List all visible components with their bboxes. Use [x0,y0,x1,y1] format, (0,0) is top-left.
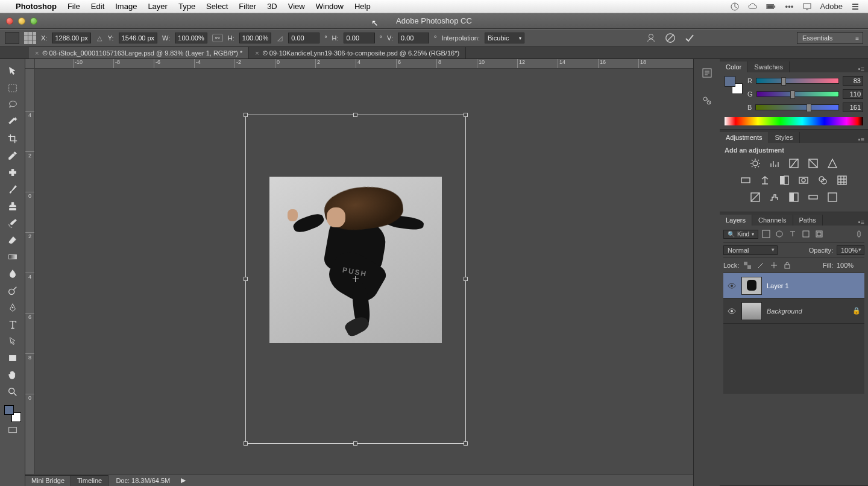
battery-icon[interactable] [766,1,776,12]
lock-pixels-icon[interactable] [756,260,766,270]
blur-tool-icon[interactable] [4,265,21,282]
cancel-transform-button[interactable] [663,31,678,45]
pen-tool-icon[interactable] [4,299,21,316]
close-tab-icon[interactable]: × [255,49,259,57]
properties-panel-icon[interactable] [699,93,715,109]
sync-icon[interactable] [729,1,740,12]
tab-mini-bridge[interactable]: Mini Bridge [25,476,71,486]
b-value[interactable]: 161 [843,103,863,112]
filter-shape-icon[interactable] [800,229,811,239]
menu-image[interactable]: Image [115,2,137,11]
reference-point-icon[interactable] [24,32,36,44]
lock-transparent-icon[interactable] [743,260,752,270]
transform-handle-tc[interactable] [353,113,357,117]
screen-mode-icon[interactable] [4,422,21,439]
close-window-button[interactable] [6,17,13,25]
gradient-tool-icon[interactable] [4,248,21,265]
fill-field[interactable]: 100% [837,262,864,269]
aspect-link-icon[interactable]: ⚯ [212,34,223,42]
interp-select[interactable]: Bicubic▾ [485,33,524,43]
zoom-tool-icon[interactable] [4,383,21,400]
panel-menu-icon[interactable]: ▪≡ [855,65,868,72]
doc-info[interactable]: © Doc: 18.3M/64.5M [102,477,170,484]
levels-adjustment-icon[interactable] [768,157,781,169]
canvas-area[interactable]: -10 -8 -6 -4 -2 0 2 4 6 8 10 12 14 16 18… [25,59,693,486]
menu-file[interactable]: File [68,2,80,11]
color-lookup-adjustment-icon[interactable] [835,174,849,186]
filter-toggle-icon[interactable] [854,229,864,239]
marquee-tool-icon[interactable] [4,80,21,96]
visibility-toggle-icon[interactable] [727,307,737,315]
tab-layers[interactable]: Layers [720,215,752,226]
healing-tool-icon[interactable] [4,164,21,181]
skew-h-field[interactable]: 0.00 [344,33,375,43]
g-value[interactable]: 110 [843,89,863,99]
opacity-field[interactable]: 100% [837,245,864,255]
transform-handle-br[interactable] [464,441,468,446]
filter-type-icon[interactable] [787,229,798,239]
list-icon[interactable] [850,1,861,12]
tab-paths[interactable]: Paths [793,215,823,226]
tab-styles[interactable]: Styles [769,132,800,143]
menu-filter[interactable]: Filter [239,2,256,11]
close-tab-icon[interactable]: × [35,49,39,57]
spectrum-ramp[interactable] [725,117,863,125]
blend-mode-select[interactable]: Normal [723,245,778,255]
move-tool-icon[interactable] [4,63,21,80]
r-slider[interactable] [756,78,839,84]
rectangle-tool-icon[interactable] [4,350,21,367]
brightness-adjustment-icon[interactable] [749,157,762,169]
curves-adjustment-icon[interactable] [787,157,800,169]
color-balance-adjustment-icon[interactable] [758,174,772,186]
transform-handle-tr[interactable] [464,113,468,117]
crop-tool-icon[interactable] [4,130,21,147]
bw-adjustment-icon[interactable] [778,174,791,186]
menu-layer[interactable]: Layer [148,2,168,11]
lock-position-icon[interactable] [769,260,779,270]
ruler-origin[interactable] [25,59,35,69]
r-value[interactable]: 83 [843,76,863,86]
type-tool-icon[interactable] [4,316,21,333]
menu-help[interactable]: Help [354,2,371,11]
panel-menu-icon[interactable]: ▪≡ [855,136,868,143]
workspace-selector[interactable]: Essentials [797,32,863,44]
threshold-adjustment-icon[interactable] [787,191,800,203]
x-field[interactable]: 1288.00 px [52,33,90,43]
ruler-horizontal[interactable]: -10 -8 -6 -4 -2 0 2 4 6 8 10 12 14 16 18 [35,59,693,69]
layer-name[interactable]: Background [767,308,848,315]
layer-thumbnail[interactable] [741,302,762,320]
layer-item-background[interactable]: Background 🔒 [723,298,864,324]
lasso-tool-icon[interactable] [4,96,21,113]
photo-filter-adjustment-icon[interactable] [797,174,810,186]
filter-pixel-icon[interactable] [761,229,772,239]
transform-handle-mr[interactable] [464,277,468,281]
skew-v-field[interactable]: 0.00 [398,33,429,43]
g-slider[interactable] [756,91,839,97]
menu-window[interactable]: Window [316,2,344,11]
transform-handle-tl[interactable] [244,113,248,117]
layer-item-layer1[interactable]: Layer 1 [723,273,864,298]
layer-thumbnail[interactable] [741,277,762,295]
color-swatches[interactable] [4,405,21,422]
warp-icon[interactable] [644,31,658,45]
transform-handle-ml[interactable] [244,277,248,281]
ruler-vertical[interactable]: 4 2 0 2 4 6 8 0 [25,69,35,474]
history-panel-icon[interactable] [699,65,715,81]
brand-label[interactable]: Adobe [820,2,843,11]
invert-adjustment-icon[interactable] [749,191,762,203]
status-arrow-icon[interactable]: ▶ [181,476,186,484]
hand-tool-icon[interactable] [4,367,21,383]
rotation-field[interactable]: 0.00 [288,33,319,43]
visibility-toggle-icon[interactable] [727,282,737,290]
y-field[interactable]: 1546.00 px [119,33,157,43]
document-tab-active[interactable]: × © 08-iStock_000011057163Large.psd @ 9.… [29,47,249,58]
cloud-icon[interactable] [747,1,758,12]
filter-smart-icon[interactable] [814,229,825,239]
menu-view[interactable]: View [288,2,305,11]
tab-swatches[interactable]: Swatches [748,62,790,72]
color-swatch-icon[interactable] [725,76,743,94]
transform-bounding-box[interactable] [245,115,466,444]
w-field[interactable]: 100.00% [175,33,207,43]
menu-select[interactable]: Select [206,2,228,11]
hue-adjustment-icon[interactable] [739,174,752,186]
